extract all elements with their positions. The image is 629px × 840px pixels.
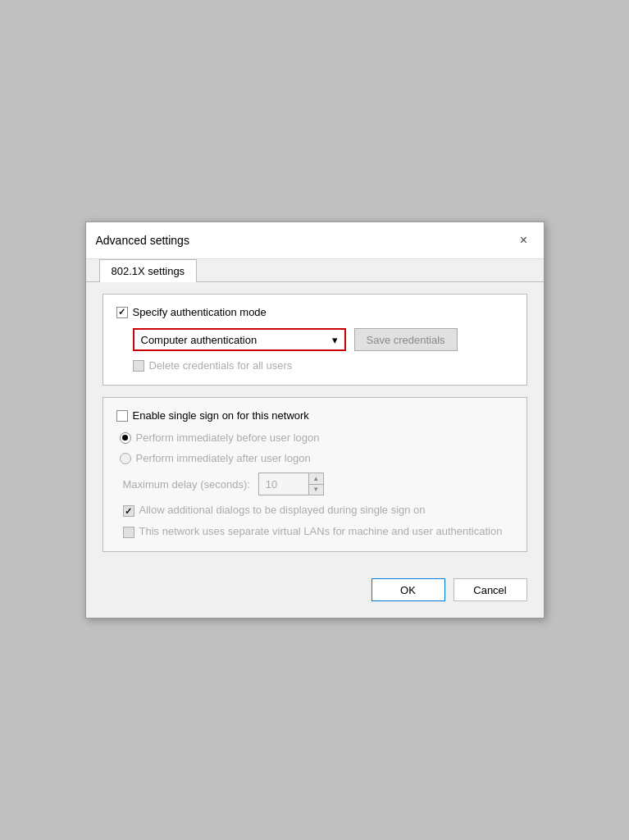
delay-value: 10	[259, 473, 308, 495]
tab-8021x[interactable]: 802.1X settings	[99, 259, 198, 282]
radio-after-logon-input[interactable]	[120, 453, 131, 464]
sso-group-box: Enable single sign on for this network P…	[103, 397, 527, 552]
sso-legend: Enable single sign on for this network	[116, 409, 513, 422]
allow-dialogs-label: Allow additional dialogs to be displayed…	[139, 504, 426, 516]
specify-auth-mode-label: Specify authentication mode	[133, 306, 267, 318]
dropdown-value: Computer authentication	[141, 334, 258, 346]
radio-before-logon-label: Perform immediately before user logon	[136, 431, 320, 444]
chevron-down-icon: ▾	[332, 334, 338, 346]
delete-creds-row: Delete credentials for all users	[116, 359, 513, 372]
auth-mode-group-box: Specify authentication mode Computer aut…	[103, 294, 527, 386]
tab-strip: 802.1X settings	[86, 259, 544, 282]
allow-dialogs-checkbox[interactable]	[123, 505, 134, 517]
dropdown-row: Computer authentication ▾ Save credentia…	[116, 328, 513, 351]
delete-credentials-checkbox[interactable]	[133, 360, 144, 372]
save-credentials-button[interactable]: Save credentials	[354, 328, 458, 351]
delay-row: Maximum delay (seconds): 10 ▲ ▼	[120, 472, 513, 495]
sso-label: Enable single sign on for this network	[133, 409, 309, 422]
delay-label: Maximum delay (seconds):	[123, 478, 250, 491]
allow-dialogs-row: Allow additional dialogs to be displayed…	[120, 504, 513, 517]
auth-mode-section: Specify authentication mode Computer aut…	[86, 294, 544, 386]
sso-content: Perform immediately before user logon Pe…	[116, 431, 513, 538]
dialog-title: Advanced settings	[96, 234, 189, 247]
spinner-up-button[interactable]: ▲	[309, 473, 323, 484]
auth-mode-content: Computer authentication ▾ Save credentia…	[116, 328, 513, 372]
auth-mode-dropdown[interactable]: Computer authentication ▾	[133, 328, 346, 351]
advanced-settings-dialog: Advanced settings × 802.1X settings Spec…	[85, 221, 545, 619]
sso-section: Enable single sign on for this network P…	[86, 397, 544, 565]
ok-button[interactable]: OK	[371, 578, 445, 601]
spinner-buttons: ▲ ▼	[308, 473, 323, 495]
title-bar: Advanced settings ×	[86, 222, 544, 259]
virtual-lan-label: This network uses separate virtual LANs …	[139, 525, 503, 537]
tab-content: Specify authentication mode Computer aut…	[86, 282, 544, 565]
radio-before-logon-input[interactable]	[120, 432, 131, 444]
virtual-lan-checkbox[interactable]	[123, 527, 134, 538]
spinner-down-button[interactable]: ▼	[309, 484, 323, 495]
auth-mode-legend: Specify authentication mode	[116, 306, 513, 318]
virtual-lan-row: This network uses separate virtual LANs …	[120, 525, 513, 538]
specify-auth-mode-checkbox[interactable]	[116, 307, 128, 318]
sso-checkbox[interactable]	[116, 410, 128, 422]
radio-after-logon[interactable]: Perform immediately after user logon	[120, 452, 513, 464]
radio-after-logon-label: Perform immediately after user logon	[136, 452, 311, 464]
close-button[interactable]: ×	[514, 231, 534, 250]
cancel-button[interactable]: Cancel	[454, 578, 527, 601]
dialog-footer: OK Cancel	[86, 565, 544, 618]
delay-spinner[interactable]: 10 ▲ ▼	[258, 472, 324, 495]
radio-before-logon[interactable]: Perform immediately before user logon	[120, 431, 513, 444]
delete-credentials-label: Delete credentials for all users	[149, 359, 293, 372]
